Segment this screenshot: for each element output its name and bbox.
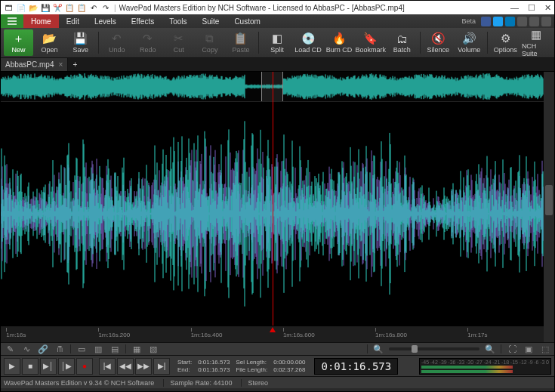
forward-button[interactable]: ▶▶ <box>135 358 152 375</box>
zoom-full-icon[interactable]: ⬚ <box>539 344 551 354</box>
close-tab-icon[interactable]: × <box>58 60 63 69</box>
app-icon: 🗔 <box>4 2 14 13</box>
paste-icon[interactable]: 📋 <box>76 2 87 13</box>
load-cd-button[interactable]: 💿Load CD <box>294 29 323 56</box>
vertical-scrollbar[interactable] <box>544 72 554 342</box>
linkedin-icon[interactable] <box>505 17 515 26</box>
link-tool-icon[interactable]: 🔗 <box>37 344 49 354</box>
zoom-in-icon[interactable]: 🔍 <box>484 344 496 354</box>
close-button[interactable]: ✕ <box>544 3 551 13</box>
play-from-button[interactable]: │▶ <box>58 358 75 375</box>
pencil-tool-icon[interactable]: ✎ <box>4 344 16 354</box>
redo-button[interactable]: ↷Redo <box>133 29 162 56</box>
undo-button[interactable]: ↶Undo <box>102 29 131 56</box>
view-tool-4-icon[interactable]: ▦ <box>131 344 143 354</box>
playhead-marker-icon <box>270 327 276 332</box>
scrollbar-thumb[interactable] <box>545 185 553 215</box>
batch-button[interactable]: 🗂Batch <box>387 29 417 56</box>
zoom-slider[interactable] <box>389 347 479 350</box>
tab-tools[interactable]: Tools <box>162 14 194 28</box>
zoom-sel-icon[interactable]: ▣ <box>523 344 535 354</box>
file-tab-label: AbbasPC.mp4 <box>5 60 54 69</box>
help-icon[interactable] <box>541 17 551 26</box>
tab-edit[interactable]: Edit <box>59 14 87 28</box>
tab-suite[interactable]: Suite <box>195 14 227 28</box>
file-tabs: AbbasPC.mp4 × + <box>1 58 554 72</box>
share-icon[interactable] <box>517 17 527 26</box>
playhead[interactable] <box>273 72 273 326</box>
folder-icon: 📂 <box>42 32 57 45</box>
copy-icon: ⧉ <box>205 32 214 45</box>
app-menu-button[interactable] <box>1 14 23 28</box>
undo-icon[interactable]: ↶ <box>88 2 99 13</box>
copy-icon[interactable]: 📋 <box>64 2 75 13</box>
split-button[interactable]: ◧Split <box>262 29 291 56</box>
scissors-icon: ✂ <box>174 32 183 45</box>
silence-button[interactable]: 🔇Silence <box>424 29 453 56</box>
twitter-icon[interactable] <box>493 17 503 26</box>
view-tool-1-icon[interactable]: ▭ <box>76 344 88 354</box>
gear-icon: ⚙ <box>501 32 510 45</box>
rewind-button[interactable]: ◀◀ <box>117 358 134 375</box>
copy-button[interactable]: ⧉Copy <box>195 29 224 56</box>
clipboard-icon: 📋 <box>233 32 248 45</box>
nch-suite-button[interactable]: ▦NCH Suite <box>522 29 551 56</box>
menu-bar: Home Edit Levels Effects Tools Suite Cus… <box>1 14 554 28</box>
suite-icon: ▦ <box>531 28 541 42</box>
tab-home[interactable]: Home <box>23 14 59 28</box>
disk-icon: 💾 <box>73 32 88 45</box>
status-bar: WavePad Masters Edition v 9.34 © NCH Sof… <box>1 376 554 388</box>
minimize-button[interactable]: — <box>510 3 519 13</box>
zoom-fit-icon[interactable]: ⛶ <box>506 344 518 354</box>
play-button[interactable]: ▶ <box>4 358 20 375</box>
maximize-button[interactable]: ☐ <box>528 3 535 13</box>
tab-effects[interactable]: Effects <box>124 14 162 28</box>
zoom-thumb[interactable] <box>412 345 418 353</box>
window-title: WavePad Masters Edition by NCH Software … <box>119 4 510 12</box>
stop-button[interactable]: ■ <box>22 358 39 375</box>
paste-button[interactable]: 📋Paste <box>226 29 255 56</box>
open-icon[interactable]: 📂 <box>28 2 39 13</box>
tab-custom[interactable]: Custom <box>227 14 267 28</box>
cut-icon[interactable]: ✂️ <box>52 2 63 13</box>
view-tool-5-icon[interactable]: ▧ <box>147 344 159 354</box>
zoom-out-icon[interactable]: 🔍 <box>372 344 384 354</box>
edit-tools-row: ✎ ∿ 🔗 ⫚ ▭ ▥ ▤ ▦ ▧ 🔍 🔍 ⛶ ▣ ⬚ <box>1 342 554 355</box>
go-end-button[interactable]: ▶| <box>153 358 170 375</box>
cut-button[interactable]: ✂Cut <box>164 29 193 56</box>
batch-icon: 🗂 <box>396 32 408 45</box>
status-channels: Stereo <box>241 379 268 387</box>
view-tool-2-icon[interactable]: ▥ <box>92 344 104 354</box>
play-loop-button[interactable]: ▶│ <box>40 358 57 375</box>
open-button[interactable]: 📂Open <box>35 29 64 56</box>
file-tab[interactable]: AbbasPC.mp4 × <box>1 58 68 71</box>
new-icon[interactable]: 📄 <box>16 2 26 13</box>
plus-icon: ＋ <box>13 32 24 45</box>
wave-tool-icon[interactable]: ∿ <box>20 344 32 354</box>
volume-icon: 🔊 <box>462 32 476 45</box>
save-button[interactable]: 💾Save <box>66 29 95 56</box>
bookmark-icon: 🔖 <box>363 32 378 45</box>
waveform-panel[interactable]: 1m:16s 1m:16s.200 1m:16s.400 1m:16s.600 … <box>1 72 544 342</box>
add-tab-button[interactable]: + <box>68 58 82 71</box>
burn-cd-button[interactable]: 🔥Burn CD <box>325 29 354 56</box>
beta-label[interactable]: Beta <box>461 17 476 25</box>
new-button[interactable]: ＋New <box>4 29 33 56</box>
view-tool-3-icon[interactable]: ▤ <box>109 344 121 354</box>
go-start-button[interactable]: |◀ <box>99 358 116 375</box>
facebook-icon[interactable] <box>481 17 491 26</box>
bookmark-button[interactable]: 🔖Bookmark <box>356 29 386 56</box>
redo-arrow-icon: ↷ <box>143 32 153 45</box>
options-button[interactable]: ⚙Options <box>491 29 520 56</box>
redo-icon[interactable]: ↷ <box>100 2 111 13</box>
volume-button[interactable]: 🔊Volume <box>455 29 484 56</box>
record-button[interactable]: ● <box>76 358 93 375</box>
quick-access-toolbar: 🗔 📄 📂 💾 ✂️ 📋 📋 ↶ ↷ <box>4 2 111 13</box>
status-app: WavePad Masters Edition v 9.34 © NCH Sof… <box>4 379 154 387</box>
save-icon[interactable]: 💾 <box>40 2 51 13</box>
tab-levels[interactable]: Levels <box>87 14 124 28</box>
level-meter: -45-42-39-36-33-30-27-24-21-18-15-12-9-6… <box>419 358 551 375</box>
snap-tool-icon[interactable]: ⫚ <box>54 344 66 354</box>
settings-icon[interactable] <box>529 17 539 26</box>
cd-burn-icon: 🔥 <box>332 32 347 45</box>
